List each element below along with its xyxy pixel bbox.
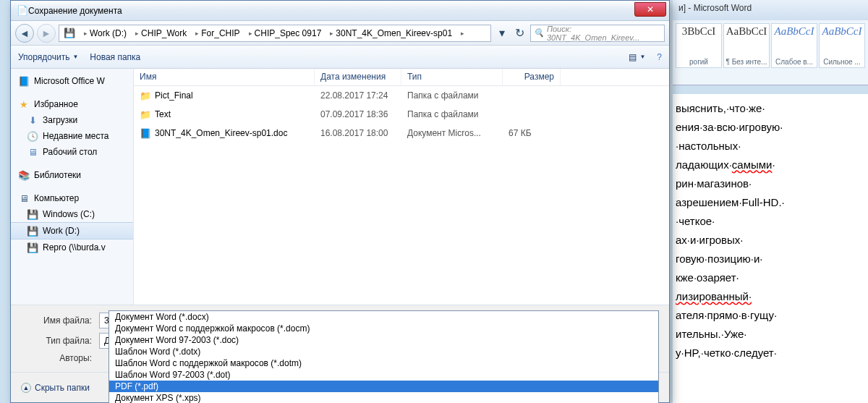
sidebar-office[interactable]: 📘Microsoft Office W (11, 73, 133, 89)
file-list: Имя Дата изменения Тип Размер 📁Pict_Fina… (134, 69, 669, 305)
breadcrumb[interactable]: 💾 ▸ Work (D:)▸ CHIP_Work▸ For_CHIP▸ CHIP… (59, 25, 491, 42)
forward-button[interactable]: ► (37, 24, 56, 43)
style-1[interactable]: AaBbCcI¶ Без инте... (723, 23, 770, 68)
toolbar: Упорядочить ▼ Новая папка ▤ ▼ ? (11, 46, 669, 69)
breadcrumb-seg[interactable]: ▸ For_CHIP (191, 25, 244, 41)
filetype-option[interactable]: Документ Word с поддержкой макросов (*.d… (109, 323, 658, 334)
sidebar-fav-item[interactable]: ⬇Загрузки (11, 112, 133, 128)
filetype-option[interactable]: Документ Word (*.docx) (109, 311, 658, 323)
breadcrumb-seg[interactable]: ▸ CHIP_Spec 0917 (244, 25, 326, 41)
file-row[interactable]: 📁Pict_Final22.08.2017 17:24Папка с файла… (134, 86, 669, 105)
word-ribbon: 3BbCcIрогийAaBbCcI¶ Без инте...AaBbCcIСл… (673, 20, 868, 85)
authors-label: Авторы: (21, 353, 99, 363)
help-icon[interactable]: ? (657, 52, 662, 62)
sidebar-fav-item[interactable]: 🖥Рабочий стол (11, 144, 133, 160)
refresh-icon[interactable]: ↻ (511, 25, 527, 41)
sidebar-fav-item[interactable]: 🕓Недавние места (11, 128, 133, 144)
file-row[interactable]: 📘30NT_4K_Omen_Kireev-sp01.doc16.08.2017 … (134, 124, 669, 143)
sidebar-drive[interactable]: 💾Work (D:) (11, 222, 133, 239)
filetype-option[interactable]: Документ XPS (*.xps) (109, 392, 658, 403)
filetype-dropdown[interactable]: Документ Word (*.docx)Документ Word с по… (109, 310, 659, 403)
filetype-option[interactable]: Шаблон Word 97-2003 (*.dot) (109, 369, 658, 381)
filetype-option[interactable]: Документ Word 97-2003 (*.doc) (109, 334, 658, 346)
word-document-body: выяснить,·что·же·ения·за·всю·игровую··на… (673, 94, 868, 403)
word-titlebar: и] - Microsoft Word (673, 0, 868, 20)
nav-bar: ◄ ► 💾 ▸ Work (D:)▸ CHIP_Work▸ For_CHIP▸ … (11, 21, 669, 46)
sidebar-computer[interactable]: 🖥Компьютер (11, 190, 133, 206)
dialog-title: Сохранение документа (28, 6, 634, 16)
file-list-header[interactable]: Имя Дата изменения Тип Размер (134, 69, 669, 86)
breadcrumb-seg[interactable]: ▸ 30NT_4K_Omen_Kireev-sp01 (326, 25, 456, 41)
sidebar-drive[interactable]: 💾Windows (C:) (11, 206, 133, 222)
sidebar: 📘Microsoft Office W ★Избранное ⬇Загрузки… (11, 69, 134, 305)
hide-folders-link[interactable]: ▲ Скрыть папки (21, 383, 90, 393)
style-2[interactable]: AaBbCcIСлабое в... (771, 23, 817, 68)
dialog-titlebar: 📄 Сохранение документа ✕ (11, 1, 669, 21)
view-button[interactable]: ▤ ▼ (629, 52, 645, 62)
sidebar-favorites[interactable]: ★Избранное (11, 96, 133, 112)
sidebar-libraries[interactable]: 📚Библиотеки (11, 167, 133, 183)
organize-button[interactable]: Упорядочить ▼ (18, 52, 78, 62)
breadcrumb-seg[interactable]: ▸ Work (D:) (80, 25, 131, 41)
filetype-option[interactable]: PDF (*.pdf) (109, 381, 658, 392)
style-3[interactable]: AaBbCcIСильное ... (819, 23, 865, 68)
filetype-label: Тип файла: (21, 336, 99, 346)
word-icon: 📄 (17, 5, 28, 17)
new-folder-button[interactable]: Новая папка (90, 52, 140, 62)
filename-label: Имя файла: (21, 315, 99, 326)
close-button[interactable]: ✕ (634, 2, 666, 17)
breadcrumb-seg[interactable]: ▸ CHIP_Work (131, 25, 191, 41)
file-row[interactable]: 📁Text07.09.2017 18:36Папка с файлами (134, 105, 669, 124)
filetype-option[interactable]: Шаблон Word (*.dotx) (109, 346, 658, 357)
filetype-option[interactable]: Шаблон Word с поддержкой макросов (*.dot… (109, 357, 658, 369)
style-0[interactable]: 3BbCcIрогий (676, 23, 722, 68)
back-button[interactable]: ◄ (15, 24, 34, 43)
sidebar-drive[interactable]: 💾Repro (\\burda.v (11, 239, 133, 255)
search-input[interactable]: 🔍Поиск: 30NT_4K_Omen_Kireev... (530, 25, 665, 42)
save-dialog: 📄 Сохранение документа ✕ ◄ ► 💾 ▸ Work (D… (10, 0, 670, 403)
dropdown-history-icon[interactable]: ▾ (494, 25, 510, 41)
